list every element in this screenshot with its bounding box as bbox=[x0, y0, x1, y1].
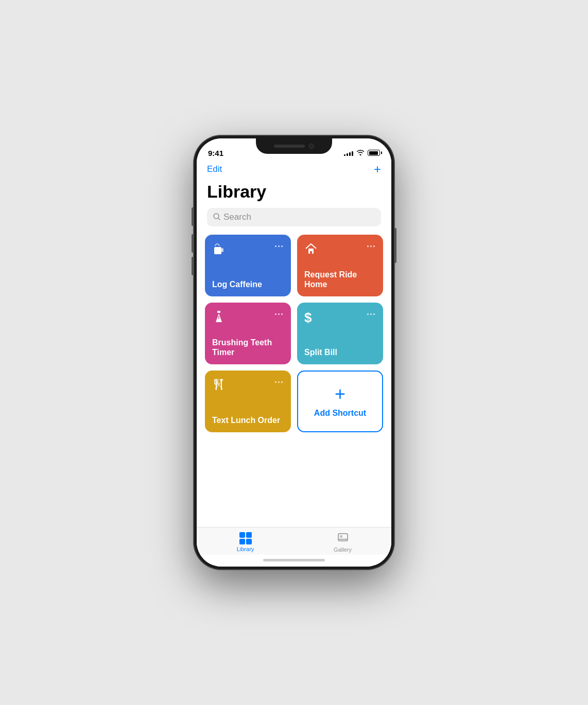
svg-rect-3 bbox=[221, 248, 223, 252]
tab-gallery[interactable]: Gallery bbox=[294, 532, 391, 553]
status-bar-area: 9:41 bbox=[197, 138, 391, 161]
wifi-icon bbox=[356, 149, 365, 157]
tab-library-label: Library bbox=[237, 546, 254, 552]
app-content: Edit + Library Search bbox=[197, 161, 391, 527]
shortcut-card-add[interactable]: + Add Shortcut bbox=[297, 371, 383, 432]
request-ride-more-button[interactable]: ··· bbox=[367, 242, 376, 251]
signal-icon bbox=[344, 150, 353, 156]
svg-rect-14 bbox=[338, 534, 348, 541]
home-bar bbox=[263, 559, 325, 561]
status-icons bbox=[344, 149, 380, 157]
search-placeholder: Search bbox=[223, 212, 251, 222]
log-caffeine-more-button[interactable]: ··· bbox=[274, 242, 284, 251]
brushing-teeth-title: Brushing Teeth Timer bbox=[212, 338, 284, 357]
shortcut-card-split-bill[interactable]: $ ··· Split Bill bbox=[297, 303, 383, 364]
phone-screen: 9:41 bbox=[197, 138, 391, 567]
shortcut-card-text-lunch-order[interactable]: ··· Text Lunch Order bbox=[205, 371, 291, 432]
fork-knife-icon bbox=[212, 378, 226, 394]
shortcut-card-brushing-teeth-timer[interactable]: ··· Brushing Teeth Timer bbox=[205, 303, 291, 364]
add-button[interactable]: + bbox=[374, 163, 381, 175]
add-shortcut-label: Add Shortcut bbox=[314, 409, 366, 418]
shortcut-card-request-ride-home[interactable]: ··· Request Ride Home bbox=[297, 235, 383, 296]
tab-bar: Library Gallery bbox=[197, 527, 391, 555]
request-ride-title: Request Ride Home bbox=[304, 270, 376, 289]
svg-rect-5 bbox=[310, 251, 312, 254]
text-lunch-more-button[interactable]: ··· bbox=[274, 378, 284, 387]
caffeine-icon bbox=[212, 242, 227, 259]
home-indicator-area bbox=[197, 555, 391, 567]
svg-rect-6 bbox=[217, 311, 220, 313]
tab-library[interactable]: Library bbox=[197, 532, 294, 552]
edit-button[interactable]: Edit bbox=[207, 164, 222, 174]
add-plus-icon: + bbox=[335, 385, 345, 403]
text-lunch-order-title: Text Lunch Order bbox=[212, 415, 284, 425]
svg-line-1 bbox=[218, 218, 220, 220]
status-time: 9:41 bbox=[208, 149, 223, 157]
split-bill-title: Split Bill bbox=[304, 347, 376, 357]
library-grid-icon bbox=[239, 532, 252, 544]
brushing-teeth-more-button[interactable]: ··· bbox=[274, 310, 284, 319]
search-bar[interactable]: Search bbox=[207, 208, 381, 226]
shortcut-card-log-caffeine[interactable]: ··· Log Caffeine bbox=[205, 235, 291, 296]
dollar-icon: $ bbox=[304, 310, 312, 326]
split-bill-more-button[interactable]: ··· bbox=[367, 310, 376, 319]
svg-rect-15 bbox=[340, 535, 342, 538]
search-icon bbox=[213, 213, 220, 222]
svg-rect-2 bbox=[214, 247, 221, 254]
log-caffeine-title: Log Caffeine bbox=[212, 279, 284, 289]
battery-icon bbox=[368, 150, 380, 156]
home-icon bbox=[304, 242, 318, 258]
nav-bar: Edit + bbox=[197, 161, 391, 180]
status-bar: 9:41 bbox=[197, 138, 391, 161]
tab-gallery-label: Gallery bbox=[334, 547, 352, 553]
page-title: Library bbox=[197, 180, 391, 208]
shortcuts-grid: ··· Log Caffeine ··· bbox=[197, 235, 391, 432]
phone-device: 9:41 bbox=[194, 135, 394, 570]
timer-icon bbox=[212, 310, 226, 326]
gallery-icon bbox=[337, 532, 349, 545]
